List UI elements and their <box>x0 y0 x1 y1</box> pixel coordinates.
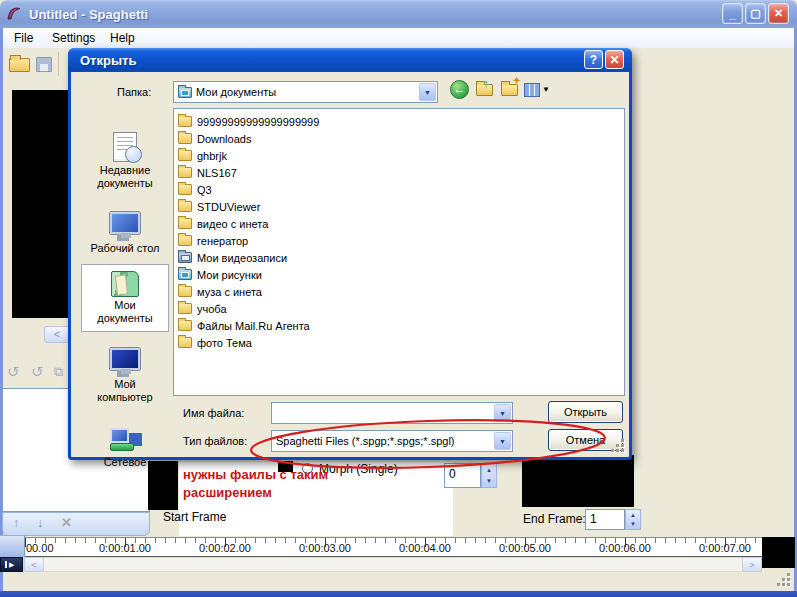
folder-icon <box>178 201 192 212</box>
move-down-icon[interactable]: ↓ <box>37 515 44 530</box>
folder-icon <box>178 150 192 161</box>
filename-combo[interactable]: ▼ <box>271 402 513 424</box>
save-toolbar-icon[interactable] <box>36 57 52 72</box>
open-button[interactable]: Открыть <box>548 401 623 423</box>
desktop-icon <box>110 212 140 234</box>
filename-label: Имя файла: <box>183 407 244 419</box>
window-title: Untitled - Spaghetti <box>29 7 148 22</box>
file-list-item[interactable]: видео с инета <box>178 215 624 232</box>
close-button[interactable]: ✕ <box>768 3 789 24</box>
menu-settings[interactable]: Settings <box>52 31 95 45</box>
timeline-scrollbar-track[interactable] <box>23 557 762 572</box>
menu-bar: File Settings Help <box>3 28 794 48</box>
recent-documents-icon <box>113 132 137 162</box>
file-list-item[interactable]: ghbrjk <box>178 147 624 164</box>
file-list-item[interactable]: NLS167 <box>178 164 624 181</box>
file-list-item[interactable]: 99999999999999999999 <box>178 113 624 130</box>
folder-combo-arrow-icon[interactable]: ▼ <box>419 83 436 101</box>
my-documents-folder-icon <box>178 87 192 98</box>
open-dialog: Открыть ? ✕ Папка: Мои документы ▼ ← ↑ ✦… <box>68 48 632 460</box>
file-list-item[interactable]: муза с инета <box>178 283 624 300</box>
morph-single-label: Morph (Single) <box>319 462 398 476</box>
dialog-resize-grip[interactable] <box>612 440 626 454</box>
timeline-ruler[interactable]: 00.00 0:00:01.00 0:00:02.00 0:00:03.00 0… <box>25 537 762 557</box>
tick-label: 0:00:06.00 <box>599 542 651 554</box>
end-frame-spinner[interactable]: ▲▼ <box>625 509 641 530</box>
place-my-documents[interactable]: Мои документы <box>81 264 169 332</box>
views-icon[interactable]: ▼ <box>523 79 551 100</box>
place-my-computer[interactable]: Мой компьютер <box>81 348 169 404</box>
folder-icon <box>178 184 192 195</box>
tick-label: 0:00:03.00 <box>299 542 351 554</box>
folder-icon <box>178 303 192 314</box>
file-list-item[interactable]: учоба <box>178 300 624 317</box>
back-icon[interactable]: ← <box>449 79 470 100</box>
filetype-combo[interactable]: Spaghetti Files (*.spgp;*.spgs;*.spgl) ▼ <box>271 430 513 452</box>
file-list-item[interactable]: Файлы Mail.Ru Агента <box>178 317 624 334</box>
delete-icon[interactable]: ✕ <box>61 515 72 530</box>
tick-label: 0:00:05.00 <box>499 542 551 554</box>
timeline-scroll-left-icon[interactable]: < <box>24 557 44 572</box>
file-list-item[interactable]: Q3 <box>178 181 624 198</box>
menu-file[interactable]: File <box>14 31 33 45</box>
place-desktop[interactable]: Рабочий стол <box>81 212 169 255</box>
window-resize-grip[interactable] <box>778 574 792 588</box>
morph-value-input[interactable]: 0 <box>444 463 481 488</box>
open-file-toolbar-icon[interactable] <box>9 58 30 72</box>
file-list-item[interactable]: генератор <box>178 232 624 249</box>
end-frame-input[interactable]: 1 <box>585 509 625 530</box>
filetype-label: Тип файлов: <box>183 435 247 447</box>
my-documents-icon <box>111 271 139 297</box>
copy-icon[interactable]: ⧉ <box>54 364 63 380</box>
file-list-item[interactable]: Мои рисунки <box>178 266 624 283</box>
folder-combo-value: Мои документы <box>196 86 276 98</box>
left-preview-panel <box>12 90 76 318</box>
move-up-icon[interactable]: ↑ <box>13 515 20 530</box>
minimize-button[interactable]: _ <box>722 3 743 24</box>
toolbar-separator <box>58 52 59 76</box>
new-folder-icon[interactable]: ✦ <box>499 79 520 100</box>
annotation-text: нужны фаилы с таким расширением <box>183 466 328 502</box>
maximize-button[interactable]: ▢ <box>745 3 766 24</box>
place-recent-documents[interactable]: Недавние документы <box>81 132 169 190</box>
dialog-help-button[interactable]: ? <box>584 50 603 69</box>
dialog-close-button[interactable]: ✕ <box>605 50 624 69</box>
screen: Untitled - Spaghetti _ ▢ ✕ File Settings… <box>0 0 797 597</box>
dialog-title: Открыть <box>80 53 136 68</box>
filename-combo-arrow-icon[interactable]: ▼ <box>494 404 511 422</box>
my-videos-icon <box>178 252 192 263</box>
folder-icon <box>178 286 192 297</box>
folder-icon <box>178 133 192 144</box>
timeline-end-block <box>762 537 795 568</box>
dialog-titlebar[interactable]: Открыть ? ✕ <box>68 48 632 72</box>
file-list-item[interactable]: фото Тема <box>178 334 624 351</box>
file-list-item[interactable]: Downloads <box>178 130 624 147</box>
my-pictures-icon <box>178 269 192 280</box>
list-toolbar: ↑ ↓ ✕ <box>2 512 150 536</box>
file-list-item[interactable]: Мои видеозаписи <box>178 249 624 266</box>
timeline-playhead-button[interactable]: ▶ <box>0 557 23 572</box>
file-list[interactable]: 99999999999999999999 Downloads ghbrjk NL… <box>173 108 625 396</box>
up-one-level-icon[interactable]: ↑ <box>474 79 495 100</box>
tick-label: 0:00:02.00 <box>199 542 251 554</box>
window-frame-bottom <box>0 591 797 597</box>
tick-label: 0:00:01.00 <box>99 542 151 554</box>
folder-icon <box>178 218 192 229</box>
redo-icon[interactable]: ↺ <box>31 364 44 380</box>
folder-combo[interactable]: Мои документы ▼ <box>173 81 438 103</box>
start-frame-label: Start Frame <box>163 510 226 524</box>
timeline-scroll-right-icon[interactable]: > <box>742 557 762 572</box>
filetype-value: Spaghetti Files (*.spgp;*.spgs;*.spgl) <box>276 435 455 447</box>
morph-value-spinner[interactable]: ▲▼ <box>481 463 497 488</box>
folder-label: Папка: <box>117 86 151 98</box>
folder-icon <box>178 116 192 127</box>
left-scroll-button[interactable]: < <box>44 326 70 343</box>
file-list-item[interactable]: STDUViewer <box>178 198 624 215</box>
end-preview-panel <box>522 455 634 507</box>
menu-help[interactable]: Help <box>110 31 135 45</box>
morph-dash: – <box>396 460 403 474</box>
undo-icon[interactable]: ↺ <box>7 364 20 380</box>
place-network[interactable]: Сетевое <box>81 426 169 469</box>
filetype-combo-arrow-icon[interactable]: ▼ <box>494 432 511 450</box>
network-icon <box>108 426 142 454</box>
